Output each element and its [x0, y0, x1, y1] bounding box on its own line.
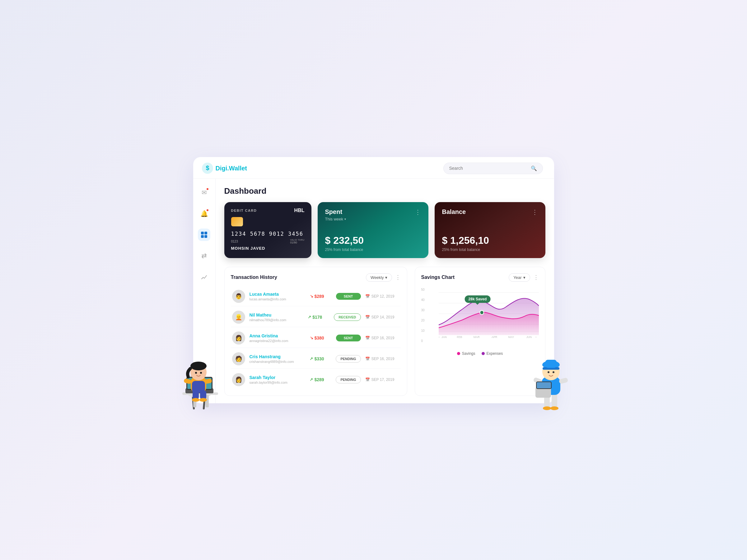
bell-badge [206, 209, 209, 212]
calendar-icon: 📅 [365, 357, 370, 361]
tx-amount: ↗ $330 [310, 356, 331, 361]
chart-y-labels: 50 40 30 20 10 0 [421, 287, 425, 349]
svg-point-46 [550, 406, 559, 410]
transaction-list: 👨 Lucas Amaeta lucas.amaeta@info.com ↘ $… [231, 287, 401, 389]
bell-icon[interactable]: 🔔 [198, 207, 210, 220]
tx-email: lucas.amaeta@info.com [250, 297, 306, 301]
tx-amount: ↗ $178 [308, 315, 330, 320]
table-row: 🧑 Cris Hanstrang crishanstrang4889@info.… [231, 349, 401, 369]
tx-email: nilmathou789@info.com [250, 318, 304, 322]
balance-card: Balance ⋮ $ 1,256,10 25% from total bala… [435, 202, 545, 258]
table-row: 👱 Nil Matheu nilmathou789@info.com ↗ $17… [231, 308, 401, 327]
tx-email: crishanstrang4889@info.com [250, 360, 306, 364]
transaction-menu[interactable]: ⋮ [395, 274, 401, 281]
mail-badge [206, 187, 209, 191]
transaction-panel: Transaction History Weekly ▾ ⋮ 👨 Lucas A… [224, 267, 407, 396]
spent-card: Spent This week ▾ ⋮ $ 232,50 25% from to… [318, 202, 429, 258]
tx-date: 📅 SEP 16, 2019 [365, 357, 400, 361]
spent-subtitle: 25% from total balance [325, 247, 421, 252]
svg-rect-49 [559, 377, 568, 384]
status-badge: PENDING [336, 355, 361, 363]
balance-subtitle: 25% from total balance [442, 247, 538, 252]
savings-menu[interactable]: ⋮ [533, 274, 539, 281]
balance-title: Balance [442, 208, 466, 215]
cards-row: DEBIT CARD HBL 1234 5678 9012 3456 0123 … [224, 202, 545, 258]
legend-expenses: Expenses [482, 351, 503, 356]
content-area: Dashboard DEBIT CARD HBL 1234 5678 9012 … [215, 179, 554, 403]
search-input[interactable] [449, 166, 527, 171]
spent-amount: $ 232,50 [325, 235, 421, 246]
tx-name: Anna Gristina [250, 333, 306, 338]
balance-amount: $ 1,256,10 [442, 235, 538, 246]
chart-svg: JAN FEB MAR APR MAY JUN ‹ › [439, 287, 539, 340]
app-shell: $ Digi.Wallet 🔍 ✉ 🔔 [193, 157, 554, 403]
calendar-icon: 📅 [365, 336, 370, 340]
svg-text:FEB: FEB [457, 336, 462, 339]
table-row: 👩 Sarah Taylor sarah.taylor99@info.com ↗… [231, 370, 401, 389]
legend-savings: Savings [457, 351, 475, 356]
svg-text:JAN: JAN [441, 336, 446, 339]
card-chip [231, 217, 243, 226]
status-badge: SENT [336, 335, 361, 341]
logo-area: $ Digi.Wallet [202, 163, 247, 174]
balance-menu[interactable]: ⋮ [532, 208, 538, 216]
svg-text:‹: ‹ [439, 336, 440, 339]
tx-date: 📅 SEP 14, 2019 [365, 315, 400, 319]
spent-menu[interactable]: ⋮ [415, 208, 421, 216]
svg-text:$: $ [206, 164, 209, 171]
search-bar[interactable]: 🔍 [443, 163, 543, 174]
tx-name: Sarah Taylor [250, 375, 306, 380]
dashboard-icon[interactable] [198, 229, 210, 241]
transfer-icon[interactable] [198, 250, 210, 262]
bottom-row: Transaction History Weekly ▾ ⋮ 👨 Lucas A… [224, 267, 545, 396]
table-row: 👨 Lucas Amaeta lucas.amaeta@info.com ↘ $… [231, 287, 401, 306]
calendar-icon: 📅 [365, 294, 370, 298]
sidebar: ✉ 🔔 [193, 179, 215, 403]
page-title: Dashboard [224, 186, 545, 196]
panel-controls: Weekly ▾ ⋮ [366, 273, 401, 282]
settings-icon[interactable]: ⚙ [198, 383, 210, 396]
weekly-filter[interactable]: Weekly ▾ [366, 273, 392, 282]
expenses-dot [482, 352, 485, 355]
svg-text:MAR: MAR [473, 336, 480, 339]
card-bank: HBL [294, 208, 305, 213]
mail-icon[interactable]: ✉ [198, 186, 210, 199]
top-bar: $ Digi.Wallet 🔍 [193, 157, 554, 179]
svg-point-45 [543, 406, 551, 410]
svg-point-11 [480, 310, 484, 314]
card-expiry: VALID THRU 01/80 [290, 239, 305, 244]
svg-rect-5 [204, 235, 207, 238]
svg-rect-37 [183, 378, 192, 384]
search-icon: 🔍 [531, 165, 537, 171]
card-number: 1234 5678 9012 3456 [231, 231, 305, 237]
spent-period: This week ▾ [325, 217, 346, 221]
tx-name: Cris Hanstrang [250, 354, 306, 359]
panel-header: Transaction History Weekly ▾ ⋮ [231, 273, 401, 282]
logo-text: Digi.Wallet [215, 165, 247, 172]
spent-title: Spent [325, 208, 346, 215]
avatar: 👱 [232, 311, 245, 324]
svg-rect-4 [201, 235, 204, 238]
tx-date: 📅 SEP 17, 2019 [365, 377, 400, 382]
tx-date: 📅 SEP 16, 2019 [365, 336, 400, 340]
logo-icon: $ [202, 163, 213, 174]
debit-card: DEBIT CARD HBL 1234 5678 9012 3456 0123 … [224, 202, 311, 258]
tx-amount: ↘ $289 [310, 294, 332, 299]
card-cvv: 0123 [231, 240, 238, 243]
tx-email: sarah.taylor99@info.com [250, 380, 306, 384]
chart-legend: Savings Expenses [421, 351, 539, 356]
avatar: 🧑 [232, 352, 245, 365]
tx-amount: ↗ $289 [310, 377, 331, 382]
transaction-title: Transaction History [231, 274, 277, 280]
savings-controls: Year ▾ ⋮ [509, 273, 539, 282]
analytics-icon[interactable] [198, 271, 210, 283]
avatar: 👩 [232, 373, 245, 386]
calendar-icon: 📅 [365, 315, 370, 319]
tx-name: Nil Matheu [250, 313, 304, 317]
year-filter[interactable]: Year ▾ [509, 273, 530, 282]
card-meta: 0123 VALID THRU 01/80 [231, 239, 305, 244]
avatar: 👩 [232, 331, 245, 345]
avatar: 👨 [232, 290, 245, 303]
savings-panel: Savings Chart Year ▾ ⋮ 50 [415, 267, 545, 396]
main-layout: ✉ 🔔 [193, 179, 554, 403]
